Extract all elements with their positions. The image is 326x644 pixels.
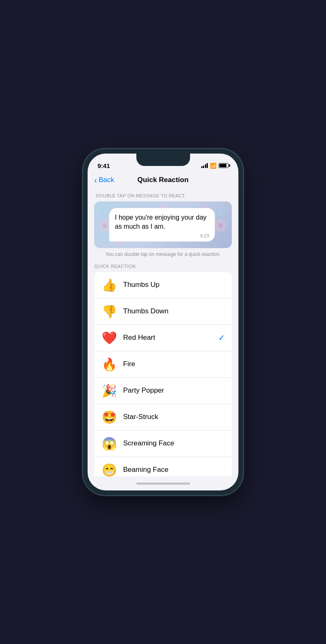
reaction-label-beaming-face: Beaming Face [123,466,225,474]
demo-hint: DOUBLE TAP ON MESSAGE TO REACT [94,193,232,198]
phone-screen: 9:41 📶 ‹ Back Quick Reaction [88,154,238,490]
reaction-item-star-struck[interactable]: 🤩 Star-Struck [94,404,232,431]
reaction-section-label: QUICK REACTION [88,264,238,272]
message-time: 9:23 [115,233,209,238]
message-text: I hope you're enjoying your day as much … [115,213,209,232]
nav-bar: ‹ Back Quick Reaction [88,173,238,188]
beaming-face-emoji: 😁 [101,463,117,476]
reaction-item-fire[interactable]: 🔥 Fire [94,351,232,378]
status-icons: 📶 [201,163,229,169]
reaction-label-fire: Fire [123,360,225,368]
fire-emoji: 🔥 [101,357,117,372]
reaction-item-red-heart[interactable]: ❤️ Red Heart ✓ [94,325,232,351]
reaction-label-thumbs-up: Thumbs Up [123,281,225,289]
back-button[interactable]: ‹ Back [94,176,114,184]
home-indicator [88,476,238,490]
thumbs-down-emoji: 👎 [101,304,117,319]
reaction-label-party-popper: Party Popper [123,386,225,395]
home-bar [136,483,190,485]
reaction-label-thumbs-down: Thumbs Down [123,307,225,315]
reaction-item-party-popper[interactable]: 🎉 Party Popper [94,378,232,404]
demo-caption: You can double tap on message for a quic… [94,251,232,257]
reaction-label-star-struck: Star-Struck [123,413,225,421]
party-popper-emoji: 🎉 [101,384,117,398]
selected-checkmark: ✓ [218,333,225,343]
reaction-label-screaming-face: Screaming Face [123,439,225,447]
reaction-item-beaming-face[interactable]: 😁 Beaming Face [94,457,232,476]
thumbs-up-emoji: 👍 [101,278,117,292]
red-heart-emoji: ❤️ [101,331,117,345]
demo-section: DOUBLE TAP ON MESSAGE TO REACT ❄️❄️🌸❄️🌸❄… [88,188,238,257]
screaming-face-emoji: 😱 [101,436,117,451]
page-title: Quick Reaction [138,176,189,184]
signal-icon [201,163,208,168]
reaction-item-thumbs-up[interactable]: 👍 Thumbs Up [94,272,232,298]
phone-frame: 9:41 📶 ‹ Back Quick Reaction [83,149,243,495]
reaction-item-thumbs-down[interactable]: 👎 Thumbs Down [94,298,232,325]
status-time: 9:41 [98,162,110,169]
chevron-left-icon: ‹ [94,176,97,184]
reaction-item-screaming-face[interactable]: 😱 Screaming Face [94,431,232,457]
wifi-icon: 📶 [210,163,217,169]
scroll-content[interactable]: DOUBLE TAP ON MESSAGE TO REACT ❄️❄️🌸❄️🌸❄… [88,188,238,476]
reaction-list: 👍 Thumbs Up 👎 Thumbs Down ❤️ Red Heart ✓… [94,272,232,476]
battery-icon [219,163,228,168]
star-struck-emoji: 🤩 [101,410,117,424]
message-preview-container: ❄️❄️🌸❄️🌸❄️❄️🌸❄️🌸❄️❄️🌸❄️🌸❄️❄️🌸❄️🌸 I hope … [94,201,232,248]
reaction-label-red-heart: Red Heart [123,334,218,342]
back-label: Back [99,176,114,184]
message-bubble: I hope you're enjoying your day as much … [109,208,215,242]
notch [136,154,190,166]
